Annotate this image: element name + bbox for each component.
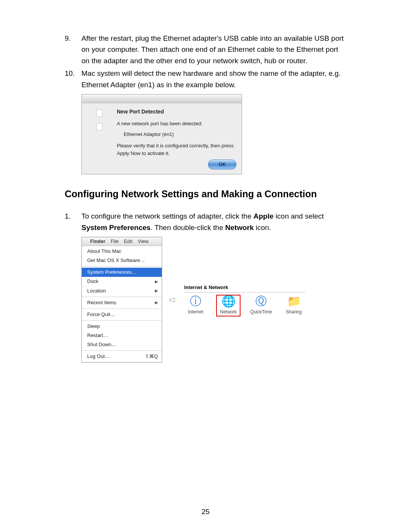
menu-shut-down[interactable]: Shut Down…	[82, 340, 162, 349]
page-icon	[96, 123, 102, 131]
pref-internet[interactable]: ⓘ Internet	[184, 296, 207, 316]
bold-apple: Apple	[253, 212, 274, 220]
network-globe-icon: 🌐	[221, 296, 236, 307]
menu-log-out[interactable]: Log Out…⇧⌘Q	[82, 352, 162, 361]
submenu-arrow-icon: ▶	[155, 299, 158, 306]
dialog-title: New Port Detected	[117, 108, 236, 116]
mi-label: Log Out…	[87, 353, 110, 360]
sysprefs-network-section: Internet & Network ⓘ Internet 🌐 Network …	[184, 284, 305, 316]
menu-sleep[interactable]: Sleep	[82, 322, 162, 331]
step-text-9: After the restart, plug the Ethernet ada…	[81, 33, 346, 66]
menu-separator	[82, 308, 162, 309]
substep-text-1: To configure the network settings of ada…	[81, 211, 346, 233]
menu-separator	[82, 350, 162, 351]
quicktime-icon: Ⓠ	[255, 296, 267, 307]
dialog-titlebar	[82, 94, 242, 103]
menu-restart[interactable]: Restart…	[82, 331, 162, 340]
mi-label: Dock	[87, 278, 99, 285]
menu-location[interactable]: Location▶	[82, 286, 162, 296]
bold-sysprefs: System Preferences	[81, 224, 151, 232]
substep-post: icon.	[254, 224, 271, 232]
mi-label: Restart…	[87, 332, 108, 339]
substep-pre: To configure the network settings of ada…	[81, 212, 253, 220]
menu-system-preferences[interactable]: System Preferences…	[82, 268, 162, 277]
menu-separator	[82, 320, 162, 321]
mi-label: Location	[87, 287, 106, 295]
step-number-9: 9.	[65, 33, 81, 66]
menu-recent-items[interactable]: Recent Items▶	[82, 298, 162, 307]
apple-menu-screenshot: Finder File Edit View About This Mac Get…	[81, 237, 162, 363]
substep-mid: icon and select	[274, 212, 324, 220]
section-heading: Configuring Network Settings and Making …	[65, 187, 346, 201]
menu-force-quit[interactable]: Force Quit…	[82, 310, 162, 319]
menubar-finder[interactable]: Finder	[90, 238, 105, 245]
menubar-file[interactable]: File	[111, 238, 119, 245]
substep-number-1: 1.	[65, 211, 81, 233]
pref-label: Sharing	[286, 308, 301, 316]
menubar-view[interactable]: View	[138, 238, 148, 245]
page-icon	[96, 109, 102, 117]
sharing-folder-icon: 📁	[287, 296, 301, 307]
dialog-message-2: Please verify that it is configured corr…	[117, 142, 236, 157]
dialog-port-name: Ethernet Adaptor (en1)	[124, 131, 236, 138]
submenu-arrow-icon: ▶	[155, 278, 158, 285]
mi-label: Force Quit…	[87, 311, 115, 318]
ok-button[interactable]: OK	[208, 160, 236, 169]
arrow-right-icon: ➪	[169, 292, 177, 307]
dialog-message-1: A new network port has been detected:	[117, 120, 236, 128]
step-text-10: Mac system will detect the new hardware …	[81, 68, 346, 90]
pref-sharing[interactable]: 📁 Sharing	[282, 296, 305, 316]
menu-about-this-mac[interactable]: About This Mac	[82, 247, 162, 256]
pref-label: Network	[220, 308, 237, 316]
menu-separator	[82, 266, 162, 267]
substep-mid2: . Then double-click the	[151, 224, 225, 232]
mi-shortcut: ⇧⌘Q	[145, 353, 158, 360]
internet-icon: ⓘ	[190, 296, 201, 307]
pref-label: Internet	[188, 308, 204, 316]
pref-section-title: Internet & Network	[184, 284, 305, 292]
mi-label: Shut Down…	[87, 341, 116, 348]
mi-label: About This Mac	[87, 248, 121, 255]
pref-quicktime[interactable]: Ⓠ QuickTime	[250, 296, 272, 316]
pref-network[interactable]: 🌐 Network	[217, 296, 240, 316]
mi-label: System Preferences…	[87, 268, 137, 276]
new-port-dialog: New Port Detected A new network port has…	[81, 94, 242, 174]
menu-dock[interactable]: Dock▶	[82, 277, 162, 286]
menubar-edit[interactable]: Edit	[124, 238, 132, 245]
step-number-10: 10.	[65, 68, 81, 90]
menu-separator	[82, 297, 162, 297]
menu-get-osx-software[interactable]: Get Mac OS X Software…	[82, 256, 162, 265]
mi-label: Recent Items	[87, 299, 116, 307]
bold-network: Network	[225, 224, 254, 232]
mi-label: Get Mac OS X Software…	[87, 257, 145, 264]
pref-label: QuickTime	[250, 308, 272, 316]
page-number: 25	[0, 508, 411, 516]
submenu-arrow-icon: ▶	[155, 288, 158, 294]
mi-label: Sleep	[87, 323, 100, 330]
